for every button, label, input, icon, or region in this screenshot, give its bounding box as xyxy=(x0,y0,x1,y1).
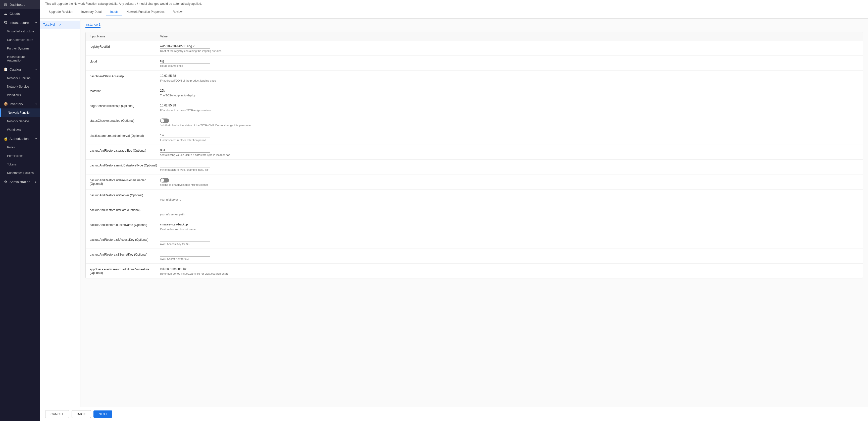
table-row: statusChecker.enabled (Optional)Job that… xyxy=(86,115,863,130)
tab-review[interactable]: Review xyxy=(168,8,186,16)
next-button[interactable]: NEXT xyxy=(93,411,112,418)
sidebar-item-catalog-network-function[interactable]: Network Function xyxy=(0,74,40,82)
input-value-container: cloud, example tkg xyxy=(160,59,859,67)
tab-upgrade-revision[interactable]: Upgrade Revision xyxy=(45,8,77,16)
sidebar-section-authorization[interactable]: 🔒 Authorization ▾ xyxy=(0,134,40,143)
sidebar-item-catalog-network-service[interactable]: Network Service xyxy=(0,82,40,91)
sidebar-item-label: Roles xyxy=(7,145,15,149)
input-hint: The TCSA footprint to deploy xyxy=(160,94,859,97)
table-row: backupAndRestore.nfsPath (Optional)your … xyxy=(86,204,863,219)
input-field-dashboardStaticAccessIp[interactable] xyxy=(160,73,210,78)
input-field-backupAndRestoreNfsPath[interactable] xyxy=(160,207,210,212)
table-row: backupAndRestore.s3AccessKey (Optional)A… xyxy=(86,234,863,249)
input-hint: Root of the registry containing the imgp… xyxy=(160,50,859,53)
input-value-container: set following values ONLY if datastoreTy… xyxy=(160,148,859,156)
toggle-backupAndRestoreNfsProvisionerEnabled[interactable] xyxy=(160,178,169,183)
input-hint: set following values ONLY if datastoreTy… xyxy=(160,153,859,156)
sidebar-item-partner-systems[interactable]: Partner Systems xyxy=(0,44,40,53)
table-row: backupAndRestore.bucketName (Optional)Cu… xyxy=(86,219,863,234)
sidebar-item-label: Permissions xyxy=(7,154,23,158)
input-name-label: elasticsearch.retentionInterval (Optiona… xyxy=(90,133,160,137)
input-field-backupAndRestoreS3SecretKey[interactable] xyxy=(160,252,210,257)
back-button[interactable]: BACK xyxy=(71,410,91,418)
input-field-backupAndRestoreStorageSize[interactable] xyxy=(160,148,210,153)
sidebar-item-label: Kubernetes Policies xyxy=(7,171,34,175)
toggle-statusCheckerEnabled[interactable] xyxy=(160,119,169,123)
sidebar-item-caas-infrastructure[interactable]: CaaS Infrastructure xyxy=(0,36,40,44)
sidebar-item-inventory-network-service[interactable]: Network Service xyxy=(0,117,40,126)
table-row: backupAndRestore.nfsServer (Optional)you… xyxy=(86,190,863,204)
col-value: Value xyxy=(160,35,859,38)
sidebar-section-administration[interactable]: ⚙ Administration ▸ xyxy=(0,177,40,186)
input-field-footprint[interactable] xyxy=(160,88,210,93)
infrastructure-icon: 🏗 xyxy=(3,21,7,25)
input-field-backupAndRestoreMinioDatastoreType[interactable] xyxy=(160,163,210,167)
input-field-edgeServicesAccessIp[interactable] xyxy=(160,103,210,108)
chevron-down-icon: ▾ xyxy=(35,21,37,24)
sidebar-item-label: Dashboard xyxy=(9,3,26,6)
authorization-icon: 🔒 xyxy=(3,136,7,140)
input-field-cloud[interactable] xyxy=(160,59,210,64)
sidebar-item-label: Workflows xyxy=(7,128,21,132)
sidebar-section-infrastructure[interactable]: 🏗 Infrastructure ▾ xyxy=(0,18,40,27)
sidebar-item-clouds[interactable]: ☁ Clouds xyxy=(0,9,40,18)
input-hint: cloud, example tkg xyxy=(160,64,859,67)
input-hint: your nfs server path xyxy=(160,213,859,216)
sidebar-item-kubernetes-policies[interactable]: Kubernetes Policies xyxy=(0,169,40,177)
input-hint: Job that checks the status of the TCSA C… xyxy=(160,124,859,127)
tab-inventory-detail[interactable]: Inventory Detail xyxy=(77,8,106,16)
sidebar-item-label: Network Function xyxy=(8,111,31,115)
sidebar-section-label: Inventory xyxy=(9,102,23,106)
sidebar-item-dashboard[interactable]: ⊡ Dashboard xyxy=(0,0,40,9)
input-field-appSpecsElasticsearchAdditionalValuesFile[interactable] xyxy=(160,267,210,271)
tab-inputs[interactable]: Inputs xyxy=(106,8,123,16)
sidebar-item-permissions[interactable]: Permissions xyxy=(0,152,40,160)
dashboard-icon: ⊡ xyxy=(3,2,7,6)
sidebar-item-infrastructure-automation[interactable]: Infrastructure Automation xyxy=(0,53,40,65)
input-name-label: backupAndRestore.bucketName (Optional) xyxy=(90,222,160,227)
tcsa-helm-label: Tcsa Helm xyxy=(43,23,57,26)
input-value-container: The TCSA footprint to deploy xyxy=(160,88,859,97)
input-name-label: footprint xyxy=(90,88,160,93)
input-hint: AWS Secret Key for S3 xyxy=(160,257,859,260)
input-name-label: edgeServicesAccessIp (Optional) xyxy=(90,103,160,108)
left-panel-item-tcsa-helm[interactable]: Tcsa Helm ✓ xyxy=(40,21,80,29)
sidebar-item-catalog-workflows[interactable]: Workflows xyxy=(0,91,40,99)
input-field-elasticsearchRetentionInterval[interactable] xyxy=(160,133,210,138)
sidebar-section-catalog[interactable]: 📋 Catalog ▾ xyxy=(0,65,40,74)
input-value-container: Job that checks the status of the TCSA C… xyxy=(160,118,859,127)
sidebar-item-roles[interactable]: Roles xyxy=(0,143,40,152)
input-name-label: backupAndRestore.storageSize (Optional) xyxy=(90,148,160,152)
input-field-backupAndRestoreNfsServer[interactable] xyxy=(160,193,210,197)
input-value-container: Elasticsearch metrics retention period xyxy=(160,133,859,141)
sidebar-section-label: Catalog xyxy=(9,68,21,71)
input-name-label: dashboardStaticAccessIp xyxy=(90,73,160,78)
table-header: Input Name Value xyxy=(86,32,863,41)
input-hint: your nfsServer Ip xyxy=(160,198,859,201)
input-field-registryRootUrl[interactable] xyxy=(160,44,210,49)
table-row: edgeServicesAccessIp (Optional)IP addres… xyxy=(86,100,863,115)
sidebar-item-virtual-infrastructure[interactable]: Virtual Infrastructure xyxy=(0,27,40,36)
sidebar-item-inventory-network-function[interactable]: Network Function xyxy=(0,108,40,117)
chevron-right-icon: ▸ xyxy=(35,181,37,183)
input-value-container: Root of the registry containing the imgp… xyxy=(160,44,859,53)
wizard-tabs: Upgrade Revision Inventory Detail Inputs… xyxy=(45,8,863,16)
sidebar-item-label: Network Function xyxy=(7,76,30,80)
input-value-container: your nfsServer Ip xyxy=(160,193,859,201)
catalog-icon: 📋 xyxy=(3,67,7,71)
cancel-button[interactable]: CANCEL xyxy=(45,410,69,418)
sidebar-item-label: Workflows xyxy=(7,93,21,97)
input-name-label: backupAndRestore.nfsProvisionerEnabled (… xyxy=(90,177,160,186)
sidebar-item-tokens[interactable]: Tokens xyxy=(0,160,40,169)
col-input-name: Input Name xyxy=(90,35,160,38)
sidebar-section-inventory[interactable]: 📦 Inventory ▾ xyxy=(0,99,40,108)
input-value-container: minio datastore type, example 'nas', 's3… xyxy=(160,163,859,171)
sidebar-item-label: Network Service xyxy=(7,85,29,88)
tab-network-function-properties[interactable]: Network Function Properties xyxy=(122,8,168,16)
input-field-backupAndRestoreS3AccessKey[interactable] xyxy=(160,237,210,242)
sidebar-section-label: Administration xyxy=(9,180,30,184)
input-hint: AWS Access Key for S3 xyxy=(160,242,859,246)
input-value-container: AWS Access Key for S3 xyxy=(160,237,859,246)
sidebar-item-inventory-workflows[interactable]: Workflows xyxy=(0,126,40,134)
input-field-backupAndRestoreBucketName[interactable] xyxy=(160,222,210,227)
